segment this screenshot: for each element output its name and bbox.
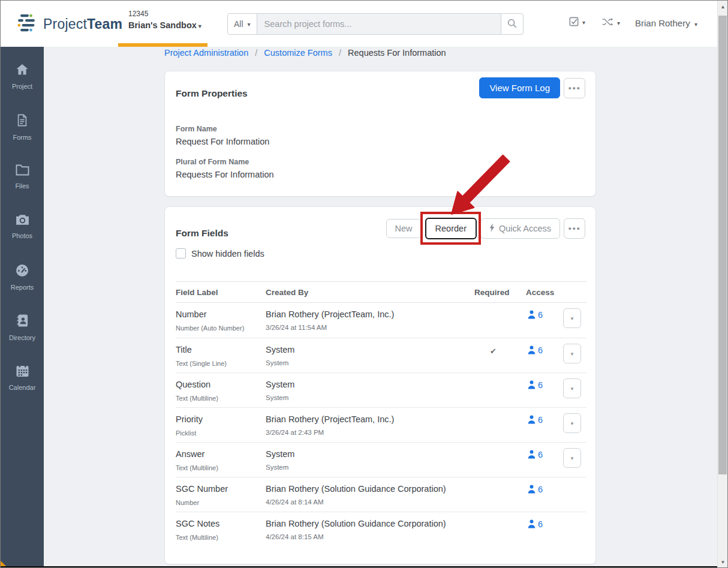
plural-form-name-label: Plural of Form Name — [176, 158, 274, 166]
form-fields-more-button[interactable]: ●●● — [564, 218, 585, 239]
show-hidden-fields-row: Show hidden fields — [176, 248, 264, 259]
table-row: Question Text (Multiline) System System … — [176, 372, 586, 407]
search-group: All▾ — [227, 13, 524, 35]
projectteam-logo[interactable]: ProjectTeam — [16, 12, 122, 36]
access-count[interactable]: 6 — [526, 512, 562, 546]
field-label: Number — [176, 303, 266, 319]
field-label: Question — [176, 373, 266, 389]
row-menu-button[interactable]: ▾ — [563, 413, 581, 433]
field-type: Text (Multiline) — [176, 389, 266, 402]
table-row: Number Number (Auto Number) Brian Rother… — [176, 303, 586, 338]
vertical-scrollbar[interactable]: ▲ ▼ — [717, 1, 727, 568]
shuffle-menu-button[interactable]: ▾ — [601, 17, 620, 29]
scrollbar-thumb[interactable] — [718, 16, 727, 474]
address-book-icon — [16, 320, 29, 330]
table-row: SGC Notes Text (Multiline) Brian Rothery… — [176, 512, 586, 546]
field-label: SGC Number — [176, 477, 266, 494]
breadcrumb-separator: / — [339, 48, 341, 58]
form-fields-table-body: Number Number (Auto Number) Brian Rother… — [176, 303, 586, 546]
person-icon — [528, 310, 536, 321]
access-count[interactable]: 6 — [526, 477, 562, 512]
sidebar-item-calendar[interactable]: Calendar — [1, 363, 44, 391]
sidebar-item-files[interactable]: Files — [1, 163, 44, 190]
sidebar: Project Forms Files Photos Reports Direc… — [1, 47, 44, 566]
tasks-menu-button[interactable]: ▾ — [569, 17, 585, 28]
form-properties-title: Form Properties — [176, 88, 248, 99]
field-type: Number — [176, 494, 266, 506]
created-by-name: System — [266, 443, 474, 459]
access-number: 6 — [538, 345, 543, 355]
form-fields-title: Form Fields — [176, 228, 228, 239]
breadcrumb-link-project-administration[interactable]: Project Administration — [164, 48, 248, 58]
form-name-field: Form Name Request For Information — [176, 125, 269, 146]
scrollbar-up-arrow[interactable]: ▲ — [718, 2, 728, 12]
plural-form-name-field: Plural of Form Name Requests For Informa… — [176, 158, 274, 179]
access-count[interactable]: 6 — [526, 408, 562, 442]
access-count[interactable]: 6 — [526, 373, 562, 407]
view-form-log-button[interactable]: View Form Log — [479, 77, 560, 98]
created-by-name: Brian Rothery (Solution Guidance Corpora… — [266, 477, 474, 494]
form-name-value: Request For Information — [176, 137, 269, 146]
new-button[interactable]: New — [386, 219, 422, 238]
field-type: Text (Multiline) — [176, 528, 266, 541]
row-menu-button[interactable]: ▾ — [563, 448, 581, 468]
person-icon — [528, 519, 536, 531]
field-type: Picklist — [176, 424, 266, 437]
table-row: Answer Text (Multiline) System System ✔ … — [176, 442, 586, 477]
field-label: Priority — [176, 408, 266, 424]
created-by-name: Brian Rothery (ProjectTeam, Inc.) — [266, 303, 474, 319]
access-number: 6 — [538, 519, 543, 529]
access-number: 6 — [538, 310, 543, 320]
form-fields-card: Form Fields New Reorder Quick Access ●●●… — [164, 206, 596, 564]
required-check-icon: ✔ — [490, 347, 497, 356]
created-by-name: Brian Rothery (ProjectTeam, Inc.) — [266, 408, 474, 424]
access-count[interactable]: 6 — [526, 303, 562, 338]
sidebar-item-reports[interactable]: Reports — [1, 263, 44, 291]
app-window: ProjectTeam 12345 Brian's Sandbox▾ All▾ … — [0, 0, 728, 568]
sidebar-item-project[interactable]: Project — [1, 62, 44, 90]
created-by-date: System — [266, 459, 474, 471]
row-menu-button[interactable]: ▾ — [563, 378, 581, 398]
project-number: 12345 — [128, 10, 201, 18]
quick-access-button[interactable]: Quick Access — [480, 218, 560, 239]
sidebar-item-directory[interactable]: Directory — [1, 313, 44, 341]
scrollbar-down-arrow[interactable]: ▼ — [718, 557, 728, 567]
breadcrumb-separator: / — [255, 48, 257, 58]
created-by-date: 3/26/24 at 11:54 AM — [266, 319, 474, 331]
field-type: Number (Auto Number) — [176, 319, 266, 332]
row-menu-button[interactable]: ▾ — [563, 344, 581, 363]
corner-marker — [1, 561, 6, 566]
reorder-button[interactable]: Reorder — [425, 218, 477, 239]
show-hidden-fields-checkbox[interactable] — [176, 248, 186, 259]
breadcrumb-link-customize-forms[interactable]: Customize Forms — [264, 48, 332, 58]
search-scope-dropdown[interactable]: All▾ — [227, 13, 257, 35]
checkbox-check-icon — [569, 17, 579, 28]
form-fields-table: Field Label Created By Required Access N… — [176, 281, 586, 546]
person-icon — [528, 380, 536, 392]
sidebar-item-photos[interactable]: Photos — [1, 213, 44, 239]
access-count[interactable]: 6 — [526, 338, 562, 372]
column-header-created-by: Created By — [266, 288, 474, 297]
search-input[interactable] — [257, 13, 501, 35]
access-count[interactable]: 6 — [526, 443, 562, 477]
row-menu-button[interactable]: ▾ — [563, 308, 581, 328]
user-menu[interactable]: Brian Rothery ▾ — [635, 18, 697, 28]
created-by-date: 4/26/24 at 8:14 AM — [266, 494, 474, 506]
plural-form-name-value: Requests For Information — [176, 170, 274, 179]
table-row: Priority Picklist Brian Rothery (Project… — [176, 407, 586, 442]
project-switcher[interactable]: 12345 Brian's Sandbox▾ — [128, 10, 201, 30]
folder-icon — [15, 168, 30, 178]
form-properties-more-button[interactable]: ●●● — [564, 78, 585, 98]
document-icon — [16, 119, 29, 130]
column-header-required: Required — [474, 288, 526, 297]
sidebar-item-forms[interactable]: Forms — [1, 113, 44, 141]
chevron-down-icon: ▾ — [198, 23, 201, 29]
gauge-icon — [15, 269, 29, 280]
chevron-down-icon: ▾ — [694, 21, 697, 28]
field-label: SGC Notes — [176, 512, 266, 528]
created-by-date: 3/26/24 at 2:43 PM — [266, 424, 474, 436]
form-properties-card: Form Properties View Form Log ●●● Form N… — [164, 71, 596, 197]
search-button[interactable] — [501, 13, 524, 35]
top-header: ProjectTeam 12345 Brian's Sandbox▾ All▾ … — [1, 1, 718, 47]
table-row: Title Text (Single Line) System System ✔… — [176, 338, 586, 372]
